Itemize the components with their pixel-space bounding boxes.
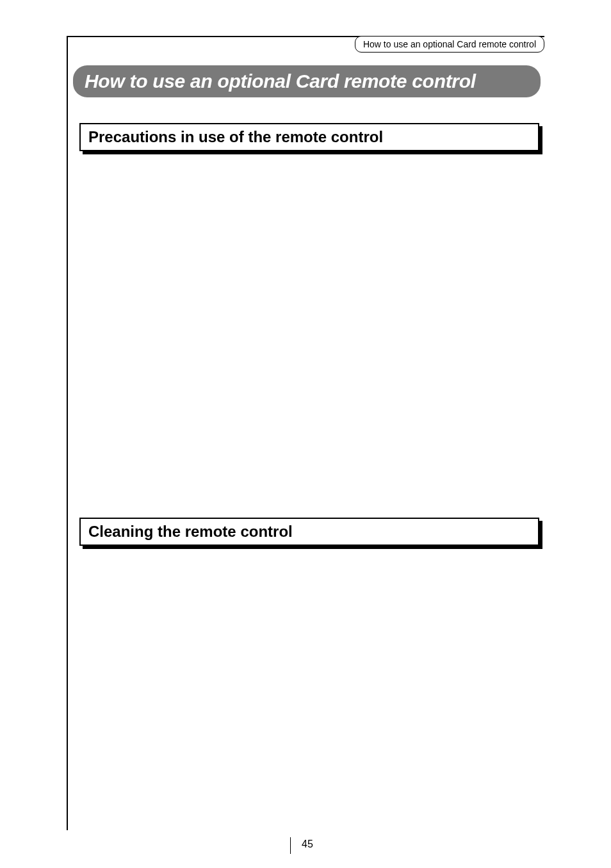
section-heading-text: Precautions in use of the remote control [88, 128, 383, 145]
page-frame: How to use an optional Card remote contr… [67, 36, 544, 830]
header-tab: How to use an optional Card remote contr… [355, 36, 544, 53]
section-heading-text: Cleaning the remote control [88, 523, 293, 540]
page-title: How to use an optional Card remote contr… [85, 70, 476, 92]
page-number-divider [290, 837, 291, 854]
section-heading-cleaning: Cleaning the remote control [79, 518, 539, 546]
section-heading-precautions: Precautions in use of the remote control [79, 123, 539, 151]
page-number: 45 [302, 839, 313, 850]
title-bar: How to use an optional Card remote contr… [73, 65, 541, 97]
header-tab-text: How to use an optional Card remote contr… [363, 39, 536, 49]
